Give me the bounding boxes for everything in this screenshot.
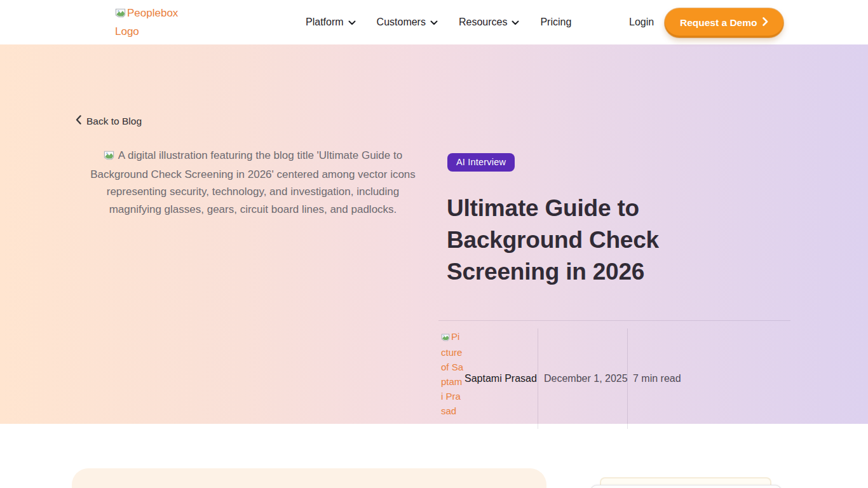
nav-item-customers[interactable]: Customers	[377, 17, 438, 28]
nav-item-label: Resources	[459, 17, 507, 28]
featured-image-alt-text: A digital illustration featuring the blo…	[90, 149, 416, 215]
meta-divider	[438, 320, 790, 321]
post-hero-section: Back to Blog A digital illustration feat…	[0, 44, 868, 424]
back-to-blog-label: Back to Blog	[86, 116, 142, 127]
broken-image-icon	[115, 6, 126, 23]
site-logo[interactable]: Peoplebox Logo	[115, 4, 184, 40]
chevron-right-icon	[763, 17, 768, 29]
meta-vertical-divider	[538, 329, 538, 429]
nav-item-platform[interactable]: Platform	[306, 17, 356, 28]
nav-item-pricing[interactable]: Pricing	[540, 17, 571, 28]
read-time: 7 min read	[633, 373, 681, 384]
broken-image-icon	[104, 148, 114, 166]
meta-vertical-divider	[627, 329, 628, 429]
nav-item-resources[interactable]: Resources	[459, 17, 519, 28]
chevron-down-icon	[430, 17, 438, 28]
chevron-down-icon	[512, 17, 519, 28]
nav-item-label: Pricing	[540, 17, 571, 28]
article-summary-card	[72, 468, 546, 488]
nav-item-label: Customers	[377, 17, 426, 28]
chevron-left-icon	[76, 115, 81, 127]
featured-image-broken: A digital illustration featuring the blo…	[81, 147, 425, 218]
post-title: Ultimate Guide to Background Check Scree…	[447, 193, 695, 288]
request-demo-label: Request a Demo	[680, 17, 757, 29]
author-name[interactable]: Saptami Prasad	[465, 373, 537, 384]
broken-image-icon	[441, 330, 450, 345]
request-demo-button[interactable]: Request a Demo	[665, 8, 783, 37]
chevron-down-icon	[348, 17, 356, 28]
blog-post-page: Peoplebox Logo Platform Customers Resour…	[0, 0, 868, 488]
site-header: Peoplebox Logo Platform Customers Resour…	[0, 0, 868, 44]
category-badge[interactable]: AI Interview	[447, 153, 515, 172]
login-label: Login	[629, 17, 654, 28]
login-link[interactable]: Login	[629, 0, 654, 44]
post-date: December 1, 2025	[544, 373, 628, 384]
nav-item-label: Platform	[306, 17, 344, 28]
author-avatar-broken: Picture of Saptami Prasad	[441, 329, 464, 418]
main-nav: Platform Customers Resources Pricing	[306, 0, 571, 44]
back-to-blog-link[interactable]: Back to Blog	[76, 115, 142, 127]
sidebar-card	[590, 485, 782, 488]
